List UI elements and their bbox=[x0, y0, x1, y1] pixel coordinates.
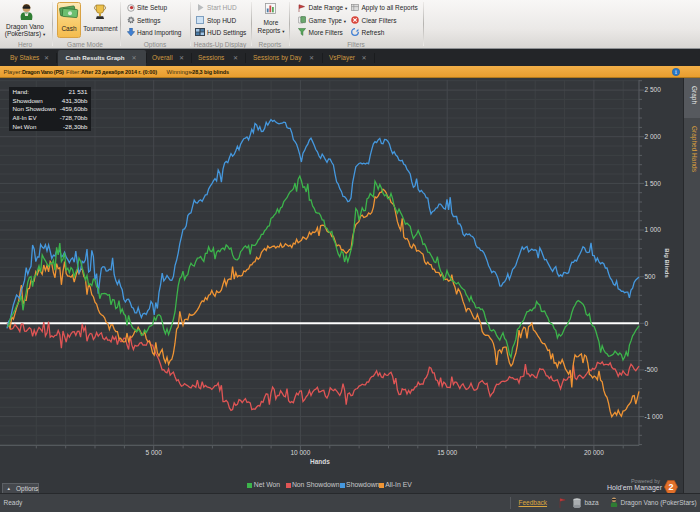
svg-text:500: 500 bbox=[645, 273, 656, 280]
svg-text:10 000: 10 000 bbox=[290, 449, 310, 456]
svg-text:i: i bbox=[675, 68, 677, 75]
svg-text:All-In EV: All-In EV bbox=[13, 114, 38, 121]
svg-text:-1 000: -1 000 bbox=[645, 413, 664, 420]
svg-text:15 000: 15 000 bbox=[437, 449, 457, 456]
svg-text:2: 2 bbox=[668, 482, 673, 492]
svg-text:20 000: 20 000 bbox=[584, 449, 604, 456]
svg-text:Net Won: Net Won bbox=[13, 123, 38, 130]
svg-text:2 500: 2 500 bbox=[645, 86, 662, 93]
svg-text:Showdown: Showdown bbox=[13, 97, 44, 104]
svg-text:1 000: 1 000 bbox=[645, 226, 662, 233]
svg-text:431,30bb: 431,30bb bbox=[62, 97, 88, 104]
svg-text:21 531: 21 531 bbox=[69, 88, 88, 95]
svg-text:Hand:: Hand: bbox=[13, 88, 30, 95]
svg-text:2 000: 2 000 bbox=[645, 133, 662, 140]
svg-text:1 500: 1 500 bbox=[645, 180, 662, 187]
svg-text:-28,30bb: -28,30bb bbox=[63, 123, 88, 130]
svg-text:-500: -500 bbox=[645, 366, 658, 373]
svg-text:Non Showdown: Non Showdown bbox=[13, 105, 57, 112]
svg-text:Big Blinds: Big Blinds bbox=[664, 248, 670, 278]
svg-text:-459,60bb: -459,60bb bbox=[60, 105, 88, 112]
svg-text:5 000: 5 000 bbox=[146, 449, 163, 456]
svg-text:-728,70bb: -728,70bb bbox=[60, 114, 88, 121]
svg-text:0: 0 bbox=[645, 320, 649, 327]
svg-text:Hands: Hands bbox=[310, 458, 330, 465]
